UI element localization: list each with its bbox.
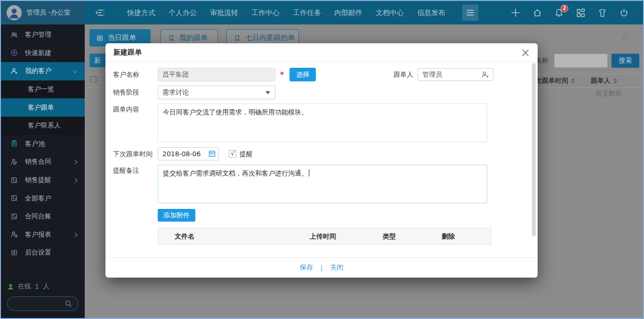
settings-icon: [10, 249, 18, 257]
modal-scrollbar[interactable]: [532, 63, 536, 236]
remind-remark-text: 提交给客户需求调研文档，再次和客户进行沟通。: [163, 169, 308, 177]
sidebar-item-6[interactable]: 客户联系人: [1, 117, 85, 135]
sidebar-item-9[interactable]: 销售提醒: [1, 171, 85, 190]
attachment-col-4: 删除: [442, 228, 455, 244]
current-user-label: 管理员 -办公室: [26, 8, 71, 17]
tab-label: 我的跟单: [179, 33, 208, 42]
follow-content-textarea[interactable]: 今日同客户交流了使用需求，明确所用功能模块。: [158, 104, 487, 142]
nav-item-4[interactable]: 工作中心: [245, 1, 286, 24]
nav-item-3[interactable]: 审批流转: [203, 1, 245, 24]
search-button[interactable]: 搜索: [612, 54, 639, 68]
new-follow-modal: 新建跟单 × 客户名称 * 选择 跟单人 销售阶段 需求讨论 跟单内容 今日同客…: [105, 43, 538, 278]
sidebar-item-7[interactable]: 客户池: [1, 135, 85, 153]
sidebar-item-label: 客户报表: [25, 231, 51, 239]
topbar-user-area[interactable]: 管理员 -办公室: [1, 1, 85, 24]
sidebar-item-5[interactable]: 客户跟单: [1, 98, 85, 117]
notifications-bell-icon[interactable]: 2: [554, 8, 564, 18]
sidebar-item-4[interactable]: 客户一览: [1, 80, 85, 99]
sidebar-item-10[interactable]: 全部客户: [1, 189, 85, 207]
sidebar-bottom: 在线 1 人: [1, 281, 85, 311]
phone-icon: [10, 213, 18, 221]
online-suffix: 人: [43, 282, 49, 291]
sales-stage-label: 销售阶段: [113, 86, 139, 99]
follow-content-text: 今日同客户交流了使用需求，明确所用功能模块。: [163, 108, 308, 116]
sidebar-item-label: 快速新建: [25, 49, 51, 57]
add-person-icon[interactable]: [481, 71, 489, 80]
sidebar-item-1[interactable]: 客户管理: [1, 26, 85, 44]
sidebar-item-label: 客户管理: [25, 31, 51, 39]
column-header-label: 跟单人: [591, 77, 611, 85]
calendar-list-icon: [96, 34, 104, 42]
customer-name-input[interactable]: [158, 68, 275, 81]
close-icon[interactable]: ×: [521, 45, 530, 60]
sidebar-item-8[interactable]: 销售合同: [1, 153, 85, 171]
notification-badge: 2: [561, 5, 568, 12]
tab-label: 七日内要跟的单: [245, 33, 295, 42]
table-column-headers: 次跟单时间跟单人: [535, 77, 617, 85]
sales-stage-select[interactable]: 需求讨论: [158, 86, 275, 99]
sort-asc-icon: [571, 78, 575, 80]
new-follow-button[interactable]: 新: [89, 54, 105, 67]
user-icon: [10, 67, 18, 75]
online-label: 在线: [18, 282, 31, 291]
save-button[interactable]: 保存: [300, 263, 313, 272]
sidebar-item-2[interactable]: 快速新建: [1, 44, 85, 63]
sidebar-item-11[interactable]: 合同台账: [1, 207, 85, 226]
nav-item-2[interactable]: 个人办公: [162, 1, 203, 24]
column-header-2[interactable]: 跟单人: [591, 77, 617, 85]
footer-divider: |: [321, 264, 323, 271]
sort-icon: [613, 78, 617, 84]
chevron-right-icon: [73, 160, 78, 165]
nav-item-5[interactable]: 工作任务: [286, 1, 328, 24]
attachment-table-header: 文件名上传时间类型删除: [158, 228, 491, 245]
chevron-down-icon: [73, 69, 78, 73]
sidebar-item-label: 全部客户: [25, 194, 51, 203]
nav-item-6[interactable]: 内部邮件: [328, 1, 369, 24]
sidebar-collapse-icon[interactable]: [95, 8, 105, 17]
add-icon[interactable]: [510, 8, 521, 18]
sidebar-item-13[interactable]: 后台设置: [1, 244, 85, 262]
required-asterisk: *: [280, 70, 284, 79]
text-cursor: [309, 169, 309, 176]
column-header-1[interactable]: 次跟单时间: [535, 77, 575, 85]
nav-item-7[interactable]: 文档中心: [369, 1, 411, 24]
empty-data-text: 暂无数据: [596, 89, 622, 98]
sidebar-item-3[interactable]: 我的客户: [1, 62, 85, 80]
customer-name-label: 客户名称: [113, 68, 139, 81]
page: 管理员 -办公室 快捷方式个人办公审批流转工作中心工作任务内部邮件文档中心信息发…: [0, 0, 644, 319]
choose-customer-button[interactable]: 选择: [290, 68, 316, 81]
sidebar-item-label: 合同台账: [25, 212, 51, 221]
power-logout-icon[interactable]: [619, 8, 629, 18]
filter-name-input[interactable]: [554, 54, 608, 68]
chevron-right-icon: [73, 178, 78, 183]
remind-remark-textarea[interactable]: 提交给客户需求调研文档，再次和客户进行沟通。: [158, 165, 487, 203]
topbar: 管理员 -办公室 快捷方式个人办公审批流转工作中心工作任务内部邮件文档中心信息发…: [1, 1, 643, 24]
next-follow-time-label: 下次跟单时间: [113, 147, 153, 160]
select-all-checkbox[interactable]: [90, 76, 97, 82]
nav-item-1[interactable]: 快捷方式: [121, 1, 162, 24]
home-icon[interactable]: [532, 8, 542, 18]
attachment-col-1: 文件名: [175, 228, 194, 244]
sidebar-search-input[interactable]: [7, 296, 79, 311]
online-status: 在线 1 人: [7, 281, 79, 292]
sort-desc-icon: [571, 81, 575, 84]
column-header-label: 次跟单时间: [535, 77, 568, 85]
sidebar-item-label: 销售合同: [25, 158, 51, 166]
add-attachment-button[interactable]: 添加附件: [158, 209, 195, 222]
modal-footer: 保存 | 关闭: [105, 257, 538, 278]
apps-grid-icon[interactable]: [576, 8, 586, 18]
top-nav: 快捷方式个人办公审批流转工作中心工作任务内部邮件文档中心信息发布: [121, 1, 452, 24]
chevron-down-icon: [266, 91, 270, 94]
sidebar-item-12[interactable]: 客户报表: [1, 226, 85, 244]
online-count: 1: [35, 283, 39, 290]
tab-label: 当日跟单: [108, 33, 136, 42]
topbar-action-icons: 2: [510, 8, 643, 18]
close-button[interactable]: 关闭: [330, 263, 343, 272]
nav-item-8[interactable]: 信息发布: [411, 1, 452, 24]
phone-icon: [10, 194, 18, 202]
favorite-star-icon[interactable]: ☆: [620, 31, 629, 42]
theme-shirt-icon[interactable]: [597, 8, 607, 18]
calendar-icon[interactable]: [208, 150, 534, 159]
remind-checkbox[interactable]: √: [229, 150, 236, 158]
more-menu-icon[interactable]: [462, 5, 478, 21]
